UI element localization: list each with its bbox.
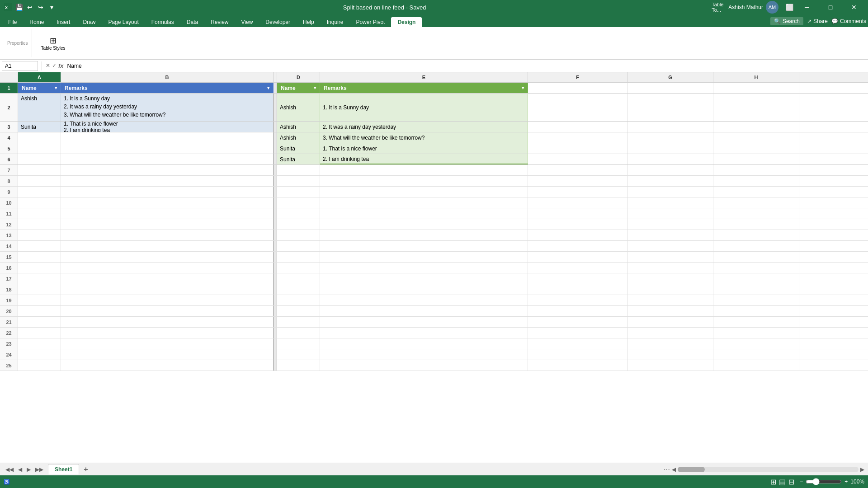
redo-icon[interactable]: ↪ — [36, 3, 45, 12]
close-button[interactable]: ✕ — [844, 0, 864, 14]
page-layout-view-icon[interactable]: ▤ — [779, 478, 786, 486]
cell-h4[interactable] — [713, 132, 799, 143]
cell-b8[interactable] — [61, 176, 274, 186]
cell-a19[interactable] — [18, 295, 61, 305]
cell-b20[interactable] — [61, 306, 274, 316]
formula-input[interactable] — [66, 62, 866, 70]
zoom-out-icon[interactable]: − — [800, 479, 803, 485]
cell-f10[interactable] — [528, 197, 627, 208]
cell-a6[interactable] — [18, 154, 61, 164]
cell-a16[interactable] — [18, 263, 61, 273]
cell-e18[interactable] — [320, 284, 528, 295]
cell-f13[interactable] — [528, 230, 627, 240]
confirm-formula-icon[interactable]: ✓ — [52, 62, 57, 69]
cell-b5[interactable] — [61, 143, 274, 154]
cell-a12[interactable] — [18, 219, 61, 230]
cell-e3[interactable]: 2. It was a rainy day yesterday — [320, 122, 528, 132]
cell-f1[interactable] — [528, 83, 627, 93]
search-box[interactable]: 🔍 Search — [770, 17, 803, 25]
cell-a20[interactable] — [18, 306, 61, 316]
cell-b17[interactable] — [61, 273, 274, 284]
col-header-g[interactable]: G — [627, 72, 713, 82]
cell-f11[interactable] — [528, 208, 627, 219]
sheet-nav-first[interactable]: ◀◀ — [4, 465, 15, 474]
cell-g3[interactable] — [627, 122, 713, 132]
cell-g10[interactable] — [627, 197, 713, 208]
cell-b23[interactable] — [61, 338, 274, 349]
scrollbar-thumb[interactable] — [678, 467, 705, 472]
cell-a24[interactable] — [18, 349, 61, 360]
cell-d14[interactable] — [277, 241, 320, 251]
cell-f21[interactable] — [528, 317, 627, 327]
tab-insert[interactable]: Insert — [50, 17, 76, 27]
cell-d12[interactable] — [277, 219, 320, 230]
cell-d5[interactable]: Sunita — [277, 143, 320, 154]
col-header-f[interactable]: F — [528, 72, 627, 82]
cell-e2[interactable]: 1. It is a Sunny day — [320, 94, 528, 121]
tab-home[interactable]: Home — [23, 17, 50, 27]
add-sheet-button[interactable]: + — [80, 465, 91, 474]
cancel-formula-icon[interactable]: ✕ — [46, 62, 50, 69]
normal-view-icon[interactable]: ⊞ — [770, 478, 776, 486]
tab-view[interactable]: View — [235, 17, 259, 27]
cell-e9[interactable] — [320, 187, 528, 197]
cell-d6[interactable]: Sunita — [277, 154, 320, 164]
share-button[interactable]: ↗ Share — [807, 18, 828, 24]
col-b-dropdown-arrow[interactable]: ▾ — [267, 85, 269, 90]
col-header-h[interactable]: H — [713, 72, 799, 82]
cell-f25[interactable] — [528, 360, 627, 371]
cell-a5[interactable] — [18, 143, 61, 154]
tab-formulas[interactable]: Formulas — [145, 17, 180, 27]
maximize-button[interactable]: □ — [820, 0, 841, 14]
cell-f8[interactable] — [528, 176, 627, 186]
cell-f3[interactable] — [528, 122, 627, 132]
cell-b4[interactable] — [61, 132, 274, 143]
cell-h24[interactable] — [713, 349, 799, 360]
cell-b2[interactable]: 1. It is a Sunny day 2. It was a rainy d… — [61, 94, 274, 121]
cell-a8[interactable] — [18, 176, 61, 186]
cell-a10[interactable] — [18, 197, 61, 208]
cell-f5[interactable] — [528, 143, 627, 154]
cell-f18[interactable] — [528, 284, 627, 295]
tab-developer[interactable]: Developer — [259, 17, 297, 27]
cell-e5[interactable]: 1. That is a nice flower — [320, 143, 528, 154]
cell-h16[interactable] — [713, 263, 799, 273]
cell-b10[interactable] — [61, 197, 274, 208]
cell-h22[interactable] — [713, 328, 799, 338]
cell-e21[interactable] — [320, 317, 528, 327]
cell-b21[interactable] — [61, 317, 274, 327]
sheet-nav-last[interactable]: ▶▶ — [33, 465, 45, 474]
cell-a2[interactable]: Ashish — [18, 94, 61, 121]
cell-d3[interactable]: Ashish — [277, 122, 320, 132]
cell-b1[interactable]: Remarks ▾ — [61, 83, 274, 93]
cell-f24[interactable] — [528, 349, 627, 360]
cell-e24[interactable] — [320, 349, 528, 360]
cell-e10[interactable] — [320, 197, 528, 208]
cell-b19[interactable] — [61, 295, 274, 305]
cell-f4[interactable] — [528, 132, 627, 143]
cell-d23[interactable] — [277, 338, 320, 349]
cell-h11[interactable] — [713, 208, 799, 219]
cell-h1[interactable] — [713, 83, 799, 93]
cell-d18[interactable] — [277, 284, 320, 295]
cell-d22[interactable] — [277, 328, 320, 338]
cell-d4[interactable]: Ashish — [277, 132, 320, 143]
ribbon-display-options[interactable]: ⬜ — [785, 3, 794, 12]
cell-g2[interactable] — [627, 94, 713, 121]
cell-f23[interactable] — [528, 338, 627, 349]
cell-e23[interactable] — [320, 338, 528, 349]
cell-e20[interactable] — [320, 306, 528, 316]
cell-e15[interactable] — [320, 252, 528, 262]
cell-g18[interactable] — [627, 284, 713, 295]
cell-d11[interactable] — [277, 208, 320, 219]
cell-f16[interactable] — [528, 263, 627, 273]
col-e-dropdown-arrow[interactable]: ▾ — [522, 85, 524, 90]
cell-g24[interactable] — [627, 349, 713, 360]
cell-a3[interactable]: Sunita — [18, 122, 61, 132]
cell-e11[interactable] — [320, 208, 528, 219]
scroll-left[interactable]: ◀ — [672, 466, 676, 473]
tab-help[interactable]: Help — [297, 17, 321, 27]
sheet-tab-sheet1[interactable]: Sheet1 — [48, 464, 79, 474]
cell-e25[interactable] — [320, 360, 528, 371]
cell-f19[interactable] — [528, 295, 627, 305]
